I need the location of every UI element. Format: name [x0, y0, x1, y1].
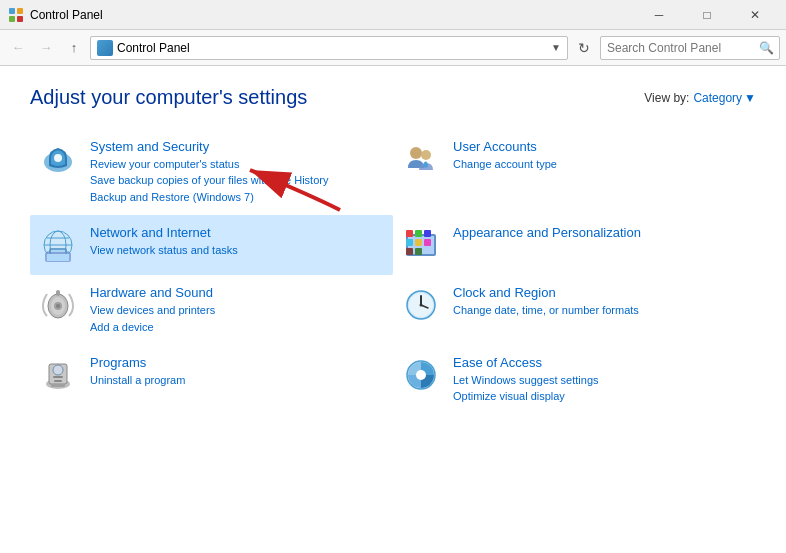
maximize-button[interactable]: □ [684, 0, 730, 30]
svg-rect-21 [424, 230, 431, 237]
titlebar-text: Control Panel [30, 8, 103, 22]
svg-rect-41 [54, 380, 62, 382]
address-path[interactable]: Control Panel ▼ [90, 36, 568, 60]
svg-rect-3 [17, 16, 23, 22]
clock-link-1[interactable]: Change date, time, or number formats [453, 303, 748, 318]
path-dropdown[interactable]: ▼ [551, 42, 561, 53]
category-system-security[interactable]: System and Security Review your computer… [30, 129, 393, 215]
hardware-sound-title[interactable]: Hardware and Sound [90, 285, 385, 300]
svg-point-36 [420, 304, 423, 307]
categories-grid: System and Security Review your computer… [30, 129, 756, 415]
category-user-accounts[interactable]: User Accounts Change account type [393, 129, 756, 215]
user-link-1[interactable]: Change account type [453, 157, 748, 172]
hardware-sound-content: Hardware and Sound View devices and prin… [90, 285, 385, 335]
minimize-button[interactable]: ─ [636, 0, 682, 30]
clock-region-links: Change date, time, or number formats [453, 303, 748, 318]
main-content: Adjust your computer's settings View by:… [0, 66, 786, 553]
category-ease-access[interactable]: Ease of Access Let Windows suggest setti… [393, 345, 756, 415]
svg-rect-25 [406, 248, 413, 255]
svg-point-7 [421, 150, 431, 160]
svg-rect-40 [53, 376, 63, 378]
category-hardware-sound[interactable]: Hardware and Sound View devices and prin… [30, 275, 393, 345]
user-accounts-title[interactable]: User Accounts [453, 139, 748, 154]
refresh-button[interactable]: ↻ [572, 36, 596, 60]
clock-region-content: Clock and Region Change date, time, or n… [453, 285, 748, 318]
hardware-sound-links: View devices and printers Add a device [90, 303, 385, 335]
appearance-title[interactable]: Appearance and Personalization [453, 225, 748, 240]
titlebar-icon [8, 7, 24, 23]
title-bar: Control Panel ─ □ ✕ [0, 0, 786, 30]
system-security-title[interactable]: System and Security [90, 139, 385, 154]
svg-rect-19 [406, 230, 413, 237]
forward-button[interactable]: → [34, 36, 58, 60]
svg-rect-16 [47, 254, 69, 261]
programs-title[interactable]: Programs [90, 355, 385, 370]
system-security-content: System and Security Review your computer… [90, 139, 385, 205]
svg-rect-42 [51, 384, 65, 387]
appearance-content: Appearance and Personalization [453, 225, 748, 243]
programs-link-1[interactable]: Uninstall a program [90, 373, 385, 388]
hardware-sound-icon [38, 285, 78, 325]
svg-rect-0 [9, 8, 15, 14]
system-link-2[interactable]: Save backup copies of your files with Fi… [90, 173, 385, 188]
user-accounts-content: User Accounts Change account type [453, 139, 748, 172]
clock-region-title[interactable]: Clock and Region [453, 285, 748, 300]
hardware-link-1[interactable]: View devices and printers [90, 303, 385, 318]
close-button[interactable]: ✕ [732, 0, 778, 30]
page-title: Adjust your computer's settings [30, 86, 307, 109]
ease-access-icon [401, 355, 441, 395]
view-by: View by: Category ▼ [644, 91, 756, 105]
user-accounts-links: Change account type [453, 157, 748, 172]
network-link-1[interactable]: View network status and tasks [90, 243, 385, 258]
ease-access-title[interactable]: Ease of Access [453, 355, 748, 370]
svg-rect-24 [424, 239, 431, 246]
svg-rect-23 [415, 239, 422, 246]
programs-content: Programs Uninstall a program [90, 355, 385, 388]
svg-point-39 [53, 365, 63, 375]
category-programs[interactable]: Programs Uninstall a program [30, 345, 393, 415]
header-row: Adjust your computer's settings View by:… [30, 86, 756, 109]
search-input[interactable] [600, 36, 780, 60]
viewby-dropdown[interactable]: Category ▼ [693, 91, 756, 105]
hardware-link-2[interactable]: Add a device [90, 320, 385, 335]
system-link-3[interactable]: Backup and Restore (Windows 7) [90, 190, 385, 205]
category-network-internet[interactable]: Network and Internet View network status… [30, 215, 393, 275]
category-clock-region[interactable]: Clock and Region Change date, time, or n… [393, 275, 756, 345]
network-internet-links: View network status and tasks [90, 243, 385, 258]
ease-link-1[interactable]: Let Windows suggest settings [453, 373, 748, 388]
search-wrapper: 🔍 [600, 36, 780, 60]
viewby-value: Category [693, 91, 742, 105]
programs-links: Uninstall a program [90, 373, 385, 388]
system-security-links: Review your computer's status Save backu… [90, 157, 385, 205]
svg-point-5 [54, 154, 62, 162]
svg-rect-31 [56, 290, 60, 296]
programs-icon [38, 355, 78, 395]
back-button[interactable]: ← [6, 36, 30, 60]
title-bar-controls: ─ □ ✕ [636, 0, 778, 30]
svg-point-30 [56, 304, 60, 308]
network-internet-title[interactable]: Network and Internet [90, 225, 385, 240]
clock-region-icon [401, 285, 441, 325]
svg-point-6 [410, 147, 422, 159]
viewby-label: View by: [644, 91, 689, 105]
ease-access-content: Ease of Access Let Windows suggest setti… [453, 355, 748, 405]
up-button[interactable]: ↑ [62, 36, 86, 60]
system-security-icon [38, 139, 78, 179]
address-bar: ← → ↑ Control Panel ▼ ↻ 🔍 [0, 30, 786, 66]
svg-rect-1 [17, 8, 23, 14]
ease-link-2[interactable]: Optimize visual display [453, 389, 748, 404]
svg-point-44 [416, 370, 426, 380]
appearance-icon [401, 225, 441, 265]
svg-rect-2 [9, 16, 15, 22]
path-text: Control Panel [117, 41, 547, 55]
ease-access-links: Let Windows suggest settings Optimize vi… [453, 373, 748, 405]
svg-rect-20 [415, 230, 422, 237]
svg-rect-22 [406, 239, 413, 246]
network-internet-icon [38, 225, 78, 265]
path-icon [97, 40, 113, 56]
category-appearance[interactable]: Appearance and Personalization [393, 215, 756, 275]
viewby-arrow: ▼ [744, 91, 756, 105]
system-link-1[interactable]: Review your computer's status [90, 157, 385, 172]
user-accounts-icon [401, 139, 441, 179]
svg-rect-26 [415, 248, 422, 255]
